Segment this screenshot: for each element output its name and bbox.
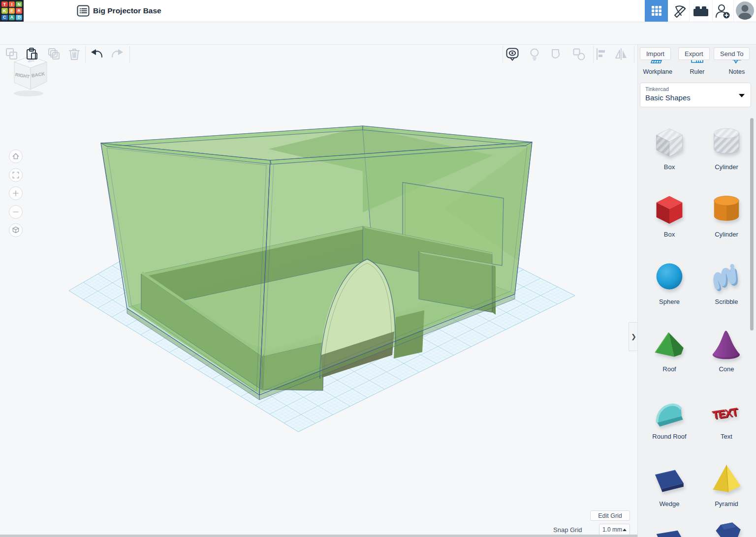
home-icon	[11, 152, 20, 161]
zoom-in-button[interactable]	[9, 186, 23, 200]
show-all-bulb-icon[interactable]	[528, 47, 541, 61]
hole-box-icon	[652, 124, 687, 159]
fit-view-button[interactable]	[9, 168, 23, 182]
tinkercad-logo[interactable]: T I N K E R C A D	[0, 0, 24, 22]
logo-letter: A	[9, 15, 15, 20]
shape-roof[interactable]: Roof	[641, 313, 698, 381]
toolbar-divider	[634, 46, 634, 63]
box-icon	[652, 191, 687, 227]
shape-label: Sphere	[659, 298, 680, 305]
chevron-right-icon: ❯	[631, 333, 636, 340]
duplicate-icon[interactable]	[47, 47, 61, 61]
shape-partial-icon	[652, 528, 687, 537]
snap-grid-value: 1.0 mm	[602, 526, 622, 533]
logo-letter: C	[1, 15, 8, 20]
mirror-icon[interactable]	[614, 47, 628, 61]
shape-label: Cone	[719, 365, 734, 373]
shape-round-roof[interactable]: Round Roof	[641, 381, 698, 448]
wedge-icon	[652, 461, 687, 496]
view-controls	[9, 149, 23, 242]
snap-grid-select[interactable]: 1.0 mm	[599, 524, 630, 536]
shape-library-dropdown[interactable]: Tinkercad Basic Shapes	[640, 83, 751, 107]
scribble-icon	[709, 259, 744, 294]
bottom-scroll-strip[interactable]	[0, 535, 637, 537]
caret-up-icon	[623, 529, 627, 531]
shape-label: Box	[664, 231, 675, 238]
hole-cylinder-icon	[709, 124, 744, 159]
minecraft-pickaxe-icon[interactable]	[672, 4, 687, 19]
workplane-label: Workplane	[643, 68, 672, 75]
redo-icon[interactable]	[110, 47, 124, 61]
home-view-button[interactable]	[9, 149, 23, 163]
fit-view-icon	[12, 171, 20, 179]
shape-wedge[interactable]: Wedge	[641, 448, 698, 515]
shape-label: Cylinder	[715, 231, 738, 238]
app-header: T I N K E R C A D Big Projector Base	[0, 0, 756, 22]
add-user-icon[interactable]	[715, 3, 730, 19]
properties-list-icon[interactable]	[77, 5, 90, 17]
shape-sphere[interactable]: Sphere	[641, 246, 698, 313]
cone-icon	[709, 326, 744, 361]
blocks-view-button[interactable]	[645, 0, 668, 22]
shape-partial[interactable]	[698, 515, 755, 537]
shape-cylinder[interactable]: Cylinder	[698, 179, 755, 246]
shape-label: Cylinder	[715, 163, 738, 171]
scene-3d[interactable]	[0, 44, 637, 537]
align-icon[interactable]	[595, 47, 608, 61]
logo-letter: K	[1, 8, 8, 13]
copy-icon[interactable]	[5, 47, 19, 61]
ungroup-icon[interactable]	[572, 47, 586, 61]
shape-hole-cylinder[interactable]: Cylinder	[698, 111, 755, 179]
group-icon[interactable]	[550, 47, 564, 61]
library-brand: Tinkercad	[645, 86, 746, 92]
undo-icon[interactable]	[90, 47, 104, 61]
edit-toolbar: Import Export Send To	[0, 22, 756, 45]
design-title[interactable]: Big Projector Base	[93, 6, 161, 15]
paste-icon[interactable]	[25, 47, 39, 61]
viewport-3d[interactable]: RIGHT BACK TOP	[0, 44, 637, 537]
toolbar-divider	[503, 46, 503, 63]
export-button[interactable]: Export	[678, 47, 710, 60]
send-to-button[interactable]: Send To	[714, 47, 750, 60]
roof-icon	[652, 326, 687, 361]
notes-label: Notes	[728, 68, 745, 75]
shape-label: Box	[664, 163, 675, 171]
logo-letter: R	[16, 8, 22, 13]
cylinder-icon	[709, 191, 744, 227]
edit-grid-button[interactable]: Edit Grid	[590, 510, 630, 521]
shape-hole-box[interactable]: Box	[641, 111, 698, 179]
snap-grid-label: Snap Grid	[553, 526, 582, 534]
toolbar-divider	[85, 46, 86, 63]
toolbar-divider	[593, 46, 594, 63]
perspective-toggle-button[interactable]	[9, 223, 23, 237]
grid-blocks-icon	[651, 5, 662, 16]
model-big-projector-base[interactable]	[101, 126, 532, 400]
plus-icon	[12, 189, 20, 197]
shape-box[interactable]: Box	[641, 179, 698, 246]
logo-letter: N	[16, 1, 22, 7]
shape-cone[interactable]: Cone	[698, 313, 755, 381]
import-button[interactable]: Import	[640, 47, 671, 60]
brick-icon[interactable]	[693, 6, 709, 17]
show-notes-icon[interactable]	[505, 47, 519, 61]
shape-label: Round Roof	[652, 433, 686, 440]
sphere-icon	[652, 259, 687, 294]
shapes-grid: Box Cylinder Box Cylinder	[638, 111, 755, 537]
avatar[interactable]	[736, 1, 754, 20]
logo-letter: D	[16, 15, 22, 20]
text-icon: TEXT TEXT	[709, 393, 744, 429]
collapse-panel-handle[interactable]: ❯	[629, 322, 637, 351]
shape-pyramid[interactable]: Pyramid	[698, 448, 755, 515]
logo-letter: I	[9, 1, 15, 7]
logo-letter: E	[9, 8, 15, 13]
zoom-out-button[interactable]	[9, 205, 23, 219]
shape-partial-icon	[709, 521, 744, 537]
shape-label: Wedge	[660, 500, 680, 507]
delete-icon[interactable]	[67, 47, 81, 61]
shape-scribble[interactable]: Scribble	[698, 246, 755, 313]
shape-text[interactable]: TEXT TEXT Text	[698, 381, 755, 448]
shape-partial[interactable]	[641, 515, 698, 537]
shapes-panel: Workplane Ruler Notes	[637, 44, 756, 537]
shape-label: Text	[721, 433, 732, 440]
panel-scrollbar[interactable]	[750, 118, 754, 330]
